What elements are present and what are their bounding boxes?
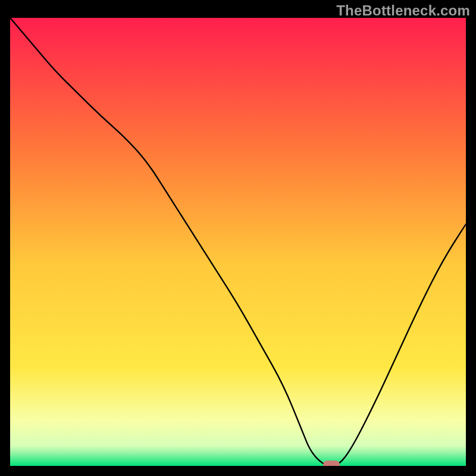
gradient-background: [10, 18, 466, 466]
chart-svg: [10, 18, 466, 466]
optimal-marker: [323, 461, 340, 466]
chart-plot-area: [10, 18, 466, 466]
chart-frame: TheBottleneck.com: [0, 0, 476, 476]
watermark-text: TheBottleneck.com: [336, 2, 470, 19]
